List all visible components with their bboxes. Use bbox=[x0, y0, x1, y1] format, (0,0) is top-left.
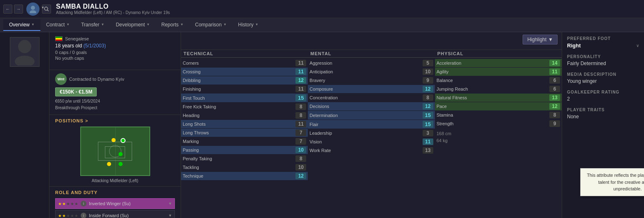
highlight-button[interactable]: Highlight ▼ bbox=[523, 35, 558, 45]
attr-height: 168 cm bbox=[435, 130, 562, 137]
nav-arrows: ← → bbox=[3, 5, 23, 14]
preferred-foot-section: PREFERRED FOOT Right ∨ bbox=[567, 36, 639, 49]
attr-acceleration: Acceleration 14 bbox=[435, 59, 562, 67]
nationality-row: Senegalese bbox=[55, 36, 175, 41]
role-inside-forward[interactable]: ★★ ★★★ i Inside Forward (Su) ▼ bbox=[55, 210, 175, 218]
attr-long-throws: Long Throws 7 bbox=[181, 129, 308, 137]
attr-agility: Agility 11 bbox=[435, 68, 562, 76]
attr-flair: Flair 15 bbox=[308, 120, 435, 129]
attr-balance: Balance 6 bbox=[435, 76, 562, 84]
physical-header: PHYSICAL bbox=[435, 50, 562, 58]
gk-rating-label: GOALKEEPER RATING bbox=[567, 90, 639, 94]
positions-header[interactable]: POSITIONS > bbox=[55, 118, 175, 123]
player-icon[interactable] bbox=[26, 2, 40, 16]
technical-column: TECHNICAL Corners 11 Crossing 11 Dribbli… bbox=[181, 50, 308, 218]
tab-dev-arrow: ▼ bbox=[146, 23, 150, 26]
highlight-arrow: ▼ bbox=[548, 37, 553, 42]
attr-passing: Passing 10 bbox=[181, 146, 308, 154]
attr-free-kick: Free Kick Taking 8 bbox=[181, 103, 308, 111]
tab-overview-arrow: ▼ bbox=[31, 23, 35, 26]
attr-vision: Vision 11 bbox=[308, 138, 435, 146]
attr-marking: Marking 7 bbox=[181, 137, 308, 145]
preferred-foot-expand[interactable]: ∨ bbox=[636, 43, 639, 48]
attr-aggression: Aggression 5 bbox=[308, 59, 435, 67]
nav-tabs: Overview ▼ Contract ▼ Transfer ▼ Develop… bbox=[0, 18, 644, 32]
tab-contract[interactable]: Contract ▼ bbox=[40, 19, 75, 31]
player-subtitle: Attacking Midfielder (Left) / AM (RC) - … bbox=[56, 10, 170, 15]
contract-badge: Wnt bbox=[55, 73, 67, 85]
role-inverted-winger[interactable]: ★★ ★★★ i Inverted Winger (Su) ▼ bbox=[55, 198, 175, 209]
player-name: SAMBA DIALLO bbox=[56, 3, 170, 10]
tab-reports[interactable]: Reports ▼ bbox=[156, 19, 189, 31]
personality-value: Fairly Determined bbox=[567, 61, 639, 66]
personality-section: PERSONALITY Fairly Determined bbox=[567, 54, 639, 66]
personality-label: PERSONALITY bbox=[567, 54, 639, 59]
tab-comparison-arrow: ▼ bbox=[223, 23, 227, 26]
gk-rating-section: GOALKEEPER RATING 2 bbox=[567, 90, 639, 102]
role-expand-2: ▼ bbox=[168, 213, 172, 218]
player-header-info: SAMBA DIALLO Attacking Midfielder (Left)… bbox=[56, 3, 170, 15]
svg-line-3 bbox=[47, 10, 49, 11]
attr-determination: Determination 15 bbox=[308, 111, 435, 120]
contract-header: Wnt Contracted to Dynamo Kyiv bbox=[55, 73, 175, 85]
attr-decisions: Decisions 12 bbox=[308, 102, 435, 110]
attr-bravery: Bravery 9 bbox=[308, 76, 435, 84]
role-expand-1: ▼ bbox=[168, 202, 172, 206]
player-avatar bbox=[10, 37, 40, 67]
main-content: Senegalese 18 years old (5/1/2003) 0 cap… bbox=[0, 32, 644, 218]
svg-point-4 bbox=[18, 40, 31, 53]
role-stars-1: ★★ ★★★ bbox=[58, 202, 78, 206]
role-info-icon-1[interactable]: i bbox=[81, 201, 86, 206]
attr-crossing: Crossing 11 bbox=[181, 68, 308, 76]
tab-history[interactable]: History ▼ bbox=[232, 19, 264, 31]
attr-strength: Strength 9 bbox=[435, 120, 562, 128]
attr-heading: Heading 8 bbox=[181, 111, 308, 120]
pitch-label: Attacking Midfielder (Left) bbox=[92, 178, 138, 183]
age-dob: 18 years old (5/1/2003) bbox=[55, 43, 175, 49]
media-value: Young winger bbox=[567, 78, 639, 84]
role-name-2: Inside Forward (Su) bbox=[89, 213, 168, 218]
tab-transfer[interactable]: Transfer ▼ bbox=[75, 19, 110, 31]
physical-column: PHYSICAL Acceleration 14 Agility 11 Bala… bbox=[435, 50, 562, 218]
flair-tooltip: This attribute reflects the player's nat… bbox=[580, 168, 644, 196]
role-section-header: ROLE AND DUTY bbox=[55, 190, 175, 195]
role-info-icon-2[interactable]: i bbox=[81, 213, 86, 218]
caps-goals: 0 caps / 0 goals bbox=[55, 50, 175, 55]
attr-penalty: Penalty Taking 8 bbox=[181, 155, 308, 163]
attr-leadership: Leadership 3 bbox=[308, 129, 435, 137]
attr-first-touch: First Touch 15 bbox=[181, 94, 308, 102]
tab-transfer-arrow: ▼ bbox=[101, 23, 104, 26]
attr-work-rate: Work Rate 13 bbox=[308, 146, 435, 155]
top-bar: ← → SAMBA DIALLO Attacking Midfielder (L… bbox=[0, 0, 644, 18]
svg-point-0 bbox=[31, 6, 35, 10]
preferred-foot-value: Right bbox=[567, 42, 581, 49]
traits-value: None bbox=[567, 114, 639, 120]
back-button[interactable]: ← bbox=[3, 5, 12, 14]
pitch-diagram bbox=[80, 127, 150, 176]
media-label: MEDIA DESCRIPTION bbox=[567, 72, 639, 77]
tab-history-arrow: ▼ bbox=[255, 23, 258, 26]
mental-header: MENTAL bbox=[308, 50, 435, 58]
contract-club: Contracted to Dynamo Kyiv bbox=[69, 77, 124, 82]
contract-value-button[interactable]: €150K - €1.5M bbox=[55, 87, 97, 96]
nationality-text: Senegalese bbox=[65, 36, 89, 41]
attr-anticipation: Anticipation 10 bbox=[308, 68, 435, 76]
role-name-1: Inverted Winger (Su) bbox=[89, 201, 168, 206]
svg-point-1 bbox=[30, 10, 36, 13]
attr-corners: Corners 11 bbox=[181, 59, 308, 67]
tab-contract-arrow: ▼ bbox=[66, 23, 70, 26]
player-traits-section: PLAYER TRAITS None bbox=[567, 108, 639, 120]
tab-overview[interactable]: Overview ▼ bbox=[3, 19, 40, 31]
mental-column: MENTAL Aggression 5 Anticipation 10 Brav… bbox=[308, 50, 435, 218]
attr-long-shots: Long Shots 11 bbox=[181, 120, 308, 128]
tab-comparison[interactable]: Comparison ▼ bbox=[189, 19, 232, 31]
technical-header: TECHNICAL bbox=[181, 50, 308, 58]
attr-composure: Composure 12 bbox=[308, 85, 435, 93]
attr-tackling: Tackling 10 bbox=[181, 163, 308, 171]
attr-finishing: Finishing 11 bbox=[181, 85, 308, 93]
forward-button[interactable]: → bbox=[14, 5, 23, 14]
attr-natural-fitness: Natural Fitness 13 bbox=[435, 94, 562, 102]
attr-technique: Technique 12 bbox=[181, 172, 308, 180]
tab-development[interactable]: Development ▼ bbox=[110, 19, 156, 31]
attr-jumping: Jumping Reach 6 bbox=[435, 85, 562, 93]
